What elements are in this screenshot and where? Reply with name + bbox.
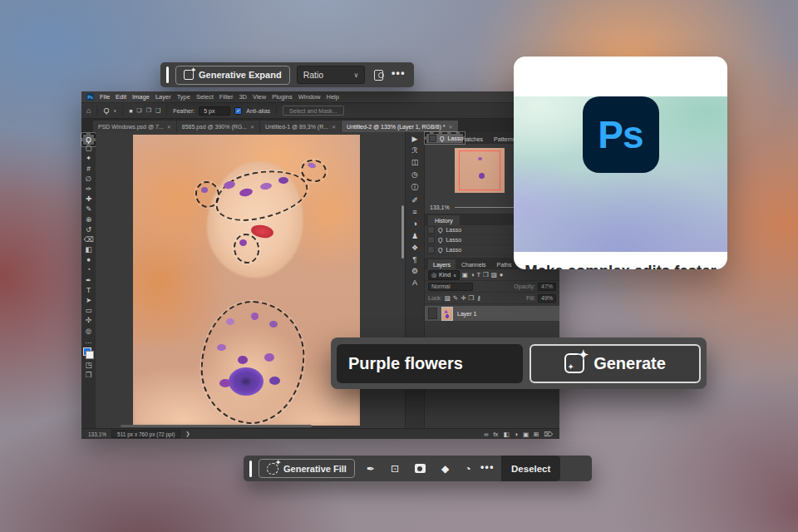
screen-mode-button[interactable]: ❐ — [83, 370, 94, 380]
layer-row-selected[interactable]: Layer 1 — [425, 306, 559, 321]
tool-presets-panel-icon[interactable]: ≡ — [412, 208, 416, 216]
filter-type-icon[interactable]: T — [476, 271, 480, 278]
object-selection-tool[interactable]: ✦ — [83, 153, 94, 163]
layer-visibility-toggle[interactable] — [428, 308, 437, 319]
menu-edit[interactable]: Edit — [116, 93, 126, 101]
link-layers-icon[interactable]: ∞ — [484, 431, 488, 438]
background-color-swatch[interactable] — [86, 351, 94, 359]
selection-mode-new-icon[interactable]: ■ — [129, 108, 132, 114]
character-panel-icon[interactable]: A — [412, 278, 417, 287]
layer-thumbnail[interactable] — [441, 307, 453, 321]
menu-image[interactable]: Image — [132, 93, 150, 101]
close-icon[interactable]: ✕ — [448, 124, 452, 130]
toolbar-grip[interactable] — [166, 66, 169, 83]
close-icon[interactable]: ✕ — [250, 124, 254, 130]
lock-all-icon[interactable]: ⚷ — [476, 294, 481, 302]
opacity-value[interactable]: 47% — [538, 283, 556, 291]
quick-mask-button[interactable]: ◳ — [83, 360, 94, 370]
layer-filter-kind[interactable]: ◎ Kind ∨ — [428, 270, 460, 280]
menu-select[interactable]: Select — [196, 93, 214, 101]
lock-artboard-icon[interactable]: ❐ — [468, 294, 474, 302]
menu-type[interactable]: Type — [177, 93, 190, 101]
horizontal-scrollbar[interactable] — [121, 425, 313, 427]
paragraph-panel-icon[interactable]: ¶ — [413, 255, 417, 264]
color-swatches[interactable] — [83, 347, 94, 359]
status-arrow-icon[interactable]: ❯ — [185, 431, 190, 437]
vertical-scrollbar[interactable] — [401, 205, 404, 259]
eraser-tool[interactable]: ⌫ — [83, 234, 94, 244]
antialias-checkbox[interactable]: ✓ — [234, 107, 242, 115]
select-and-mask-button[interactable]: Select and Mask... — [283, 106, 344, 116]
filter-pixel-icon[interactable]: ▣ — [462, 271, 468, 278]
lock-transparency-icon[interactable]: ▨ — [445, 294, 451, 302]
selection-mode-subtract-icon[interactable]: ❐ — [146, 107, 151, 114]
layer-group-icon[interactable]: ▣ — [523, 431, 529, 438]
actions-panel-icon[interactable]: ▶ — [412, 135, 418, 143]
history-item-selected[interactable]: Ϙ Lasso — [425, 132, 465, 144]
prompt-input[interactable]: Purple flowers — [337, 344, 523, 383]
menu-view[interactable]: View — [253, 93, 266, 101]
document-tab[interactable]: PSD Windows.psd @ 7... ✕ — [93, 121, 176, 132]
feather-input[interactable]: 5 px — [199, 106, 230, 116]
delete-layer-icon[interactable]: ⌦ — [544, 431, 553, 438]
healing-brush-tool[interactable]: ✚ — [83, 194, 94, 204]
close-icon[interactable]: ✕ — [167, 124, 171, 130]
ratio-dropdown[interactable]: Ratio ∨ — [297, 66, 366, 84]
menu-filter[interactable]: Filter — [219, 93, 234, 101]
history-source-box[interactable] — [427, 246, 435, 254]
generative-expand-button[interactable]: Generative Expand — [175, 66, 290, 85]
more-options-icon[interactable]: ••• — [480, 461, 495, 473]
menu-plugins[interactable]: Plugins — [272, 93, 293, 101]
menu-file[interactable]: File — [100, 93, 110, 101]
generative-fill-button[interactable]: Generative Fill — [259, 459, 355, 478]
lock-position-icon[interactable]: ✛ — [461, 294, 466, 302]
path-select-tool[interactable]: ➤ — [83, 295, 94, 305]
select-subject-icon[interactable]: ⊡ — [391, 463, 399, 475]
home-icon[interactable]: ⌂ — [86, 106, 91, 115]
selection-mode-add-icon[interactable]: ❏ — [136, 107, 141, 114]
type-tool[interactable]: T — [83, 285, 94, 295]
settings-panel-icon[interactable]: ⚙ — [411, 267, 418, 275]
document-tab[interactable]: Untitled-1 @ 89,3% (R... ✕ — [260, 121, 341, 132]
libraries-panel-icon[interactable]: ◫ — [411, 158, 419, 166]
deselect-button[interactable]: Deselect — [501, 456, 560, 481]
new-layer-icon[interactable]: ⊞ — [534, 431, 539, 438]
more-tools[interactable]: … — [83, 336, 94, 346]
filter-shape-icon[interactable]: ❐ — [483, 271, 489, 278]
more-options-icon[interactable]: ••• — [392, 67, 406, 79]
tab-history[interactable]: History — [428, 215, 460, 225]
info-panel-icon[interactable]: ⓘ — [411, 182, 419, 193]
glyphs-panel-icon[interactable]: ℛ — [411, 146, 417, 155]
fill-value[interactable]: 49% — [538, 294, 556, 303]
generate-button[interactable]: Generate — [530, 344, 701, 383]
mask-icon[interactable] — [415, 464, 426, 473]
pen-tool[interactable]: ✒ — [83, 275, 94, 285]
clone-stamp-tool[interactable]: ⊕ — [83, 214, 94, 224]
menu-3d[interactable]: 3D — [239, 93, 247, 101]
blur-tool[interactable]: ● — [83, 254, 94, 264]
eyedropper-tool[interactable]: ✑ — [83, 184, 94, 194]
zoom-level[interactable]: 133,1% — [88, 431, 106, 437]
document-tab-active[interactable]: Untitled-2 @ 133% (Layer 1, RGB/8) * ✕ — [342, 121, 457, 132]
lasso-tool-selected[interactable]: Ϙ — [81, 133, 96, 146]
adjustments-panel-icon[interactable]: ◑ — [412, 219, 416, 228]
menu-window[interactable]: Window — [298, 93, 321, 101]
history-source-box[interactable] — [427, 236, 435, 244]
adjustment-layer-icon[interactable]: ◑ — [514, 431, 518, 438]
layer-name[interactable]: Layer 1 — [457, 311, 476, 317]
navigator-viewbox[interactable] — [459, 150, 500, 190]
history-panel-icon[interactable]: ◷ — [411, 170, 418, 179]
paint-bucket-icon[interactable]: ◆ — [441, 463, 449, 475]
menu-layer[interactable]: Layer — [155, 93, 171, 101]
shape-tool[interactable]: ▭ — [83, 305, 94, 315]
portrait-photo[interactable] — [133, 135, 360, 426]
dodge-tool[interactable]: ◔ — [83, 264, 94, 274]
camera-icon[interactable] — [374, 70, 382, 81]
close-icon[interactable]: ✕ — [332, 124, 336, 130]
filter-smartobject-icon[interactable]: ▨ — [491, 271, 497, 278]
lasso-tool-icon[interactable]: Ϙ — [103, 106, 109, 115]
adjustment-icon[interactable]: ◔ — [465, 463, 470, 475]
brush-settings-panel-icon[interactable]: ✐ — [411, 196, 418, 204]
navigator-zoom-value[interactable]: 133,1% — [430, 204, 450, 210]
chevron-down-icon[interactable]: ∨ — [113, 108, 116, 113]
